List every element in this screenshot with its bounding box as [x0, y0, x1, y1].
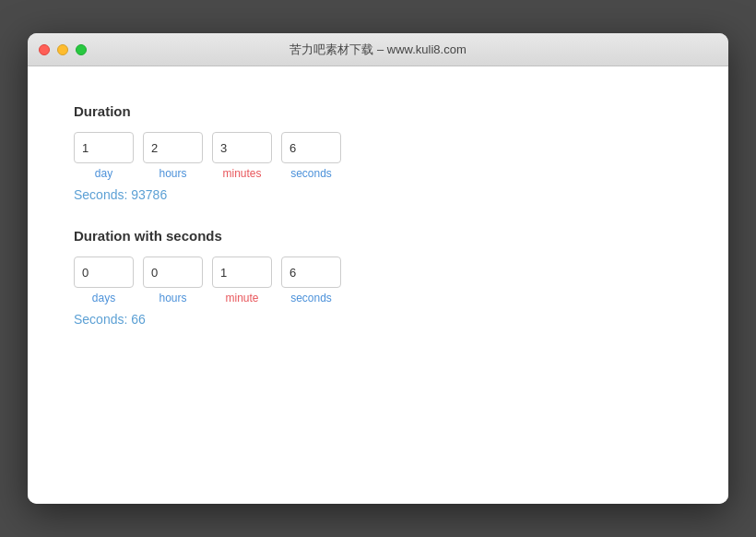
duration-day-field: day [74, 132, 134, 180]
dws-seconds-input[interactable] [281, 257, 341, 288]
duration-hours-input[interactable] [143, 132, 203, 163]
dws-result: Seconds: 66 [74, 312, 682, 327]
titlebar: 苦力吧素材下载 – www.kuli8.com [28, 33, 728, 66]
dws-minute-field: minute [212, 257, 272, 304]
maximize-button[interactable] [76, 44, 87, 55]
duration-section-title: Duration [74, 103, 682, 119]
duration-with-seconds-section-title: Duration with seconds [74, 228, 682, 244]
dws-days-field: days [74, 257, 134, 304]
main-content: Duration day hours minutes seconds Secon… [28, 66, 728, 504]
duration-with-seconds-fields-row: days hours minute seconds [74, 257, 682, 304]
duration-minutes-input[interactable] [212, 132, 272, 163]
dws-hours-input[interactable] [143, 257, 203, 288]
duration-seconds-label: seconds [290, 167, 332, 180]
duration-result: Seconds: 93786 [74, 187, 682, 202]
duration-hours-field: hours [143, 132, 203, 180]
duration-minutes-label: minutes [222, 167, 261, 180]
window-title: 苦力吧素材下载 – www.kuli8.com [289, 42, 466, 58]
dws-minute-input[interactable] [212, 257, 272, 288]
traffic-lights [39, 44, 87, 55]
duration-day-label: day [95, 167, 112, 180]
dws-hours-label: hours [159, 292, 186, 304]
close-button[interactable] [39, 44, 50, 55]
duration-hours-label: hours [159, 167, 186, 180]
minimize-button[interactable] [57, 44, 68, 55]
dws-days-label: days [92, 292, 115, 304]
duration-day-input[interactable] [74, 132, 134, 163]
dws-hours-field: hours [143, 257, 203, 304]
duration-seconds-field: seconds [281, 132, 341, 180]
duration-fields-row: day hours minutes seconds [74, 132, 682, 180]
dws-seconds-label: seconds [290, 292, 332, 304]
dws-days-input[interactable] [74, 257, 134, 288]
duration-seconds-input[interactable] [281, 132, 341, 163]
dws-minute-label: minute [225, 292, 258, 304]
dws-seconds-field: seconds [281, 257, 341, 304]
app-window: 苦力吧素材下载 – www.kuli8.com Duration day hou… [28, 33, 728, 504]
duration-minutes-field: minutes [212, 132, 272, 180]
